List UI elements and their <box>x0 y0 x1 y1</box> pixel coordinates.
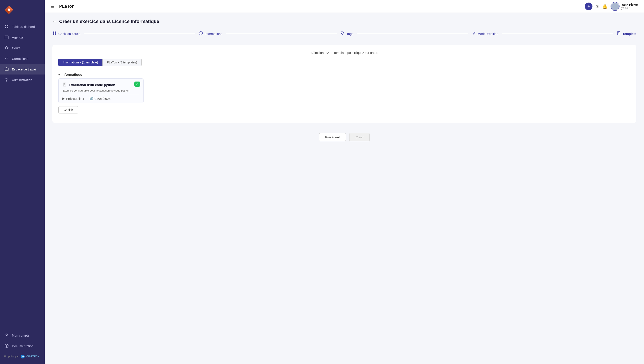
user-handle: ypicker <box>621 6 638 10</box>
settings-icon[interactable]: ☀ <box>595 4 599 9</box>
cisstech-brand: CT CISSTECH <box>21 354 40 359</box>
sidebar-item-administration[interactable]: Administration <box>0 74 45 85</box>
step-mode-edition: Mode d'édition <box>472 31 498 36</box>
footer-label: Propulsé par <box>4 355 19 358</box>
mon-compte-icon <box>4 333 9 338</box>
notification-icon[interactable]: 🔔 <box>602 4 607 9</box>
template-group-header[interactable]: ▾ Informatique <box>58 71 630 78</box>
tab-platon[interactable]: PLaTon - (3 templates) <box>103 59 142 66</box>
corrections-icon <box>4 56 9 61</box>
sidebar-item-label: Documentation <box>12 344 34 348</box>
template-card-header: Évaluation d'un code python ⚙ <box>62 82 140 88</box>
sidebar-item-label: Administration <box>12 78 32 82</box>
sidebar-navigation: Tableau de bord Agenda Cours Corrections… <box>0 20 45 328</box>
svg-point-10 <box>6 79 7 80</box>
sidebar-item-label: Mon compte <box>12 334 30 337</box>
step-informations-icon <box>199 31 203 36</box>
create-button[interactable]: Créer <box>349 133 370 141</box>
cisstech-label: CISSTECH <box>27 355 40 358</box>
chevron-down-icon: ▾ <box>58 73 60 76</box>
header: ☰ PLaTon + ☀ 🔔 Yank Picker ypicker <box>45 0 644 13</box>
template-group-informatique: ▾ Informatique Évaluation d'un code pyth… <box>58 71 630 114</box>
sidebar-item-cours[interactable]: Cours <box>0 42 45 53</box>
sidebar-item-agenda[interactable]: Agenda <box>0 32 45 42</box>
page-title: Créer un exercice dans Licence Informati… <box>59 19 159 24</box>
page-header: ← Créer un exercice dans Licence Informa… <box>52 19 636 24</box>
sidebar-item-label: Corrections <box>12 57 28 60</box>
svg-point-16 <box>612 7 617 10</box>
svg-point-22 <box>342 32 342 33</box>
sidebar-item-documentation[interactable]: Documentation <box>0 340 45 351</box>
tab-bar: Informatique - (1 template) PLaTon - (3 … <box>58 59 630 66</box>
step-template-label: Template <box>622 32 636 36</box>
page-content: ← Créer un exercice dans Licence Informa… <box>45 13 644 364</box>
add-button[interactable]: + <box>585 2 592 10</box>
template-group-label: Informatique <box>62 73 82 77</box>
user-avatar-ring <box>610 2 619 11</box>
step-connector-1 <box>84 34 195 34</box>
svg-point-15 <box>613 4 616 7</box>
template-section: Sélectionnez un template puis cliquez su… <box>52 45 636 123</box>
administration-icon <box>4 78 9 82</box>
back-button[interactable]: ← <box>52 19 57 24</box>
date-icon: 🔄 <box>90 97 94 100</box>
badge-check-icon: ✔ <box>136 82 139 86</box>
svg-rect-20 <box>55 34 56 35</box>
tab-informatique[interactable]: Informatique - (1 template) <box>58 59 103 66</box>
preview-label: Prévisualiser <box>66 97 84 100</box>
template-card-title: Évaluation d'un code python <box>69 83 134 87</box>
sidebar-item-label: Espace de travail <box>12 68 37 71</box>
step-choix-cercle-icon <box>52 31 57 36</box>
user-badge[interactable]: Yank Picker ypicker <box>610 2 638 11</box>
step-tags: Tags <box>341 31 353 36</box>
svg-rect-6 <box>5 27 7 28</box>
sidebar-footer: Propulsé par CT CISSTECH <box>0 351 45 362</box>
card-date: 01/01/2024 <box>95 97 111 100</box>
app-title: PLaTon <box>59 4 581 9</box>
sidebar-logo: b <box>0 0 45 20</box>
template-card-footer: ▶ Prévisualiser 🔄 01/01/2024 <box>62 95 140 100</box>
step-connector-2 <box>226 34 337 34</box>
user-info: Yank Picker ypicker <box>621 3 638 10</box>
choose-button[interactable]: Choisir <box>58 106 78 114</box>
svg-point-11 <box>6 334 8 336</box>
step-choix-cercle-label: Choix du cercle <box>58 32 80 36</box>
step-tags-icon <box>341 31 345 36</box>
preview-link[interactable]: ▶ Prévisualiser <box>62 97 84 100</box>
previous-button[interactable]: Précédent <box>319 133 346 141</box>
svg-rect-24 <box>63 83 66 86</box>
step-mode-edition-label: Mode d'édition <box>478 32 498 36</box>
sidebar-item-label: Agenda <box>12 36 23 39</box>
sidebar-item-corrections[interactable]: Corrections <box>0 53 45 64</box>
step-connector-3 <box>357 34 468 34</box>
bottom-actions: Précédent Créer <box>52 133 636 141</box>
user-name: Yank Picker <box>621 3 638 6</box>
svg-rect-19 <box>53 34 54 35</box>
date-info: 🔄 01/01/2024 <box>90 97 111 100</box>
svg-rect-17 <box>53 32 54 33</box>
step-connector-4 <box>502 34 613 34</box>
sidebar: b Tableau de bord Agenda Cours Correct <box>0 0 45 364</box>
sidebar-item-tableau-de-bord[interactable]: Tableau de bord <box>0 21 45 32</box>
step-choix-cercle: Choix du cercle <box>52 31 80 36</box>
espace-travail-icon <box>4 67 9 72</box>
menu-icon[interactable]: ☰ <box>51 4 55 9</box>
step-tags-label: Tags <box>346 32 353 36</box>
svg-text:b: b <box>8 8 10 12</box>
template-card-badge: ✔ <box>134 82 140 87</box>
header-actions: + ☀ 🔔 Yank Picker ypicker <box>585 2 638 11</box>
logo-icon: b <box>4 5 14 15</box>
step-template: Template <box>616 31 636 36</box>
avatar <box>611 2 619 10</box>
sidebar-item-label: Tableau de bord <box>12 25 35 28</box>
svg-rect-4 <box>5 25 7 26</box>
svg-rect-18 <box>55 32 56 33</box>
sidebar-bottom: Mon compte Documentation Propulsé par CT… <box>0 328 45 364</box>
sidebar-item-espace-de-travail[interactable]: Espace de travail <box>0 64 45 74</box>
cours-icon <box>4 46 9 50</box>
main-content: ☰ PLaTon + ☀ 🔔 Yank Picker ypicker ← <box>45 0 644 364</box>
sidebar-item-mon-compte[interactable]: Mon compte <box>0 330 45 340</box>
section-hint: Sélectionnez un template puis cliquez su… <box>58 51 630 54</box>
template-card-eval-python: Évaluation d'un code python ⚙ ✔ Exercice… <box>58 78 144 103</box>
tableau-de-bord-icon <box>4 24 9 29</box>
